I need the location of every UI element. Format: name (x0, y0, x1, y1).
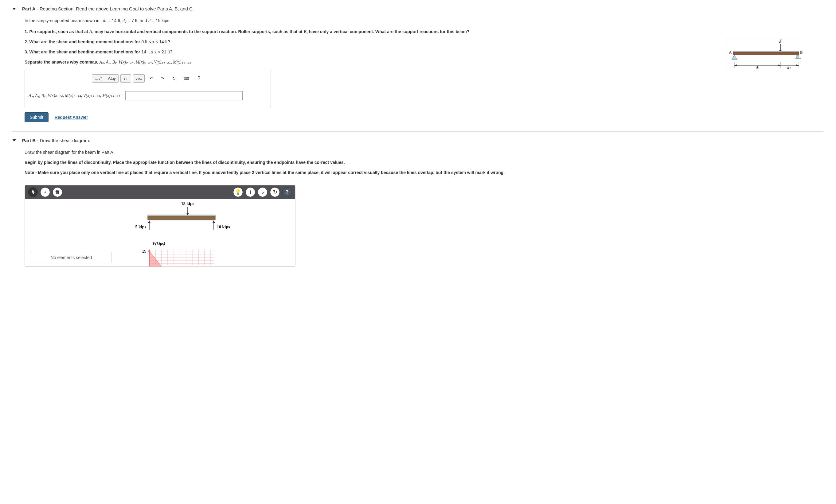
part-label: Part A (22, 6, 36, 11)
collapse-icon[interactable] (12, 8, 16, 10)
collapse-icon[interactable] (12, 139, 16, 141)
beam-figure: F A B d₁ d₂ (725, 37, 805, 74)
equation-toolbar: ▭√▯ ΑΣφ ↓↑ vec ↶ ↷ ↻ ⌨ ? (25, 70, 270, 85)
svg-marker-14 (796, 64, 799, 66)
svg-rect-19 (148, 215, 215, 216)
part-b-content: Draw the shear diagram for the beam in P… (24, 149, 824, 176)
help-button[interactable]: ? (194, 74, 204, 83)
svg-marker-10 (778, 64, 780, 66)
force-label: F (779, 39, 782, 44)
svg-marker-4 (732, 55, 737, 59)
y-axis-label: V(kips) (152, 241, 165, 246)
section-divider (12, 131, 824, 132)
part-a-content: In the simply-supported beam shown in , … (24, 18, 824, 122)
support-b-label: B (800, 50, 803, 55)
answer-input[interactable] (125, 91, 243, 100)
beam-svg: F A B d₁ d₂ (725, 37, 805, 74)
part-b-header[interactable]: Part B - Draw the shear diagram. (12, 138, 824, 143)
part-label: Part B (22, 138, 36, 143)
help-tool[interactable]: ? (282, 187, 292, 197)
svg-marker-21 (148, 220, 151, 223)
svg-rect-2 (733, 52, 799, 55)
undo-button[interactable]: ↶ (147, 75, 156, 82)
selection-status: No elements selected (31, 252, 112, 263)
svg-marker-9 (734, 64, 737, 66)
d2-label: d₂ (787, 65, 791, 70)
part-b-line1: Draw the shear diagram for the beam in P… (24, 149, 824, 156)
drawing-tool: ↯ + 🗑 💡 i ⌄ ↻ ? 15 kips 5 kips (24, 185, 296, 267)
problem-intro: In the simply-supported beam shown in , … (24, 18, 824, 25)
y-tick-15: 15 (142, 249, 147, 254)
part-b-line2: Begin by placing the lines of discontinu… (24, 159, 824, 166)
keyboard-button[interactable]: ⌨ (180, 75, 193, 82)
question-2: 2. What are the shear and bending-moment… (24, 39, 824, 45)
left-reaction-label: 5 kips (135, 225, 147, 229)
svg-point-6 (796, 55, 799, 58)
part-desc: - Draw the shear diagram. (36, 138, 90, 143)
reset-tool[interactable]: ↻ (270, 187, 280, 197)
answer-label: Aₓ, Aᵧ, Bᵧ, V(x)₀₋₁₄, M(x)₀₋₁₄, V(x)₁₄₋₂… (28, 93, 124, 98)
separate-instruction: Separate the answers wby commas. Aₓ, Aᵧ,… (24, 59, 824, 65)
part-b-title: Part B - Draw the shear diagram. (22, 138, 90, 143)
templates-button[interactable]: ▭√▯ (92, 75, 105, 82)
part-desc: - Reading Section: Read the above Learni… (36, 6, 194, 11)
request-answer-link[interactable]: Request Answer (55, 115, 88, 120)
add-tool[interactable]: + (40, 187, 50, 197)
trash-tool[interactable]: 🗑 (53, 187, 62, 197)
svg-rect-3 (733, 51, 799, 52)
pointer-tool[interactable]: ↯ (28, 187, 38, 197)
answer-box: ▭√▯ ΑΣφ ↓↑ vec ↶ ↷ ↻ ⌨ ? Aₓ, Aᵧ, Bᵧ, V(x… (24, 70, 271, 108)
reset-button[interactable]: ↻ (169, 75, 179, 82)
hint-tool[interactable]: 💡 (233, 187, 243, 197)
draw-canvas[interactable]: 15 kips 5 kips 10 kips V(kips) (25, 199, 295, 267)
submit-button[interactable]: Submit (24, 112, 49, 122)
question-1: 1. Pin supports, such as that at A, may … (24, 28, 824, 35)
greek-button[interactable]: ΑΣφ (105, 75, 118, 82)
redo-button[interactable]: ↷ (158, 75, 167, 82)
question-3: 3. What are the shear and bending-moment… (24, 49, 824, 55)
info-tool[interactable]: i (245, 187, 255, 197)
top-force-label: 15 kips (181, 201, 194, 206)
support-a-label: A (729, 50, 732, 55)
answer-row: Aₓ, Aᵧ, Bᵧ, V(x)₀₋₁₄, M(x)₀₋₁₄, V(x)₁₄₋₂… (25, 85, 270, 108)
collapse-tool[interactable]: ⌄ (258, 187, 267, 197)
right-reaction-label: 10 kips (217, 225, 230, 229)
subscript-button[interactable]: ↓↑ (121, 75, 131, 82)
part-b-line3: Note - Make sure you place only one vert… (24, 170, 824, 176)
svg-rect-18 (148, 216, 215, 220)
part-a-title: Part A - Reading Section: Read the above… (22, 6, 194, 11)
d1-label: d₁ (756, 65, 760, 70)
vec-button[interactable]: vec (133, 75, 144, 82)
draw-toolbar: ↯ + 🗑 💡 i ⌄ ↻ ? (25, 186, 295, 199)
svg-marker-23 (212, 220, 215, 223)
part-a-header[interactable]: Part A - Reading Section: Read the above… (12, 6, 824, 11)
